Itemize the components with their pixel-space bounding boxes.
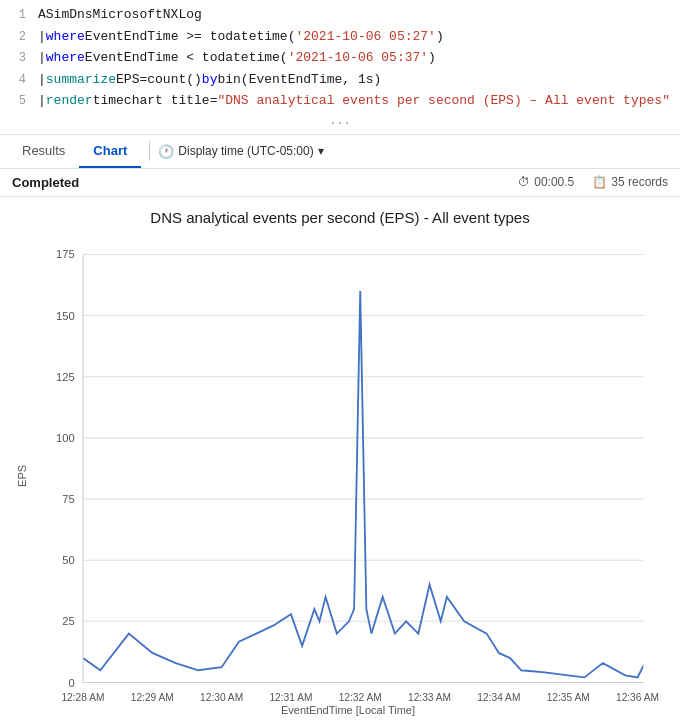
svg-text:25: 25 bbox=[62, 615, 74, 627]
svg-text:12:29 AM: 12:29 AM bbox=[131, 691, 174, 702]
tabs-row: Results Chart 🕐 Display time (UTC-05:00)… bbox=[0, 135, 680, 169]
status-bar: Completed ⏱ 00:00.5 📋 35 records bbox=[0, 169, 680, 197]
svg-text:50: 50 bbox=[62, 554, 74, 566]
chart-legend: EPS bbox=[0, 716, 680, 725]
duration-value: 00:00.5 bbox=[534, 175, 574, 189]
duration-item: ⏱ 00:00.5 bbox=[518, 175, 574, 189]
svg-text:175: 175 bbox=[56, 248, 75, 260]
line-num-1: 1 bbox=[8, 6, 26, 24]
query-text-1: ASimDnsMicrosoftNXLog bbox=[38, 5, 202, 25]
time-selector[interactable]: 🕐 Display time (UTC-05:00) ▾ bbox=[158, 144, 323, 159]
line-num-5: 5 bbox=[8, 92, 26, 110]
records-icon: 📋 bbox=[592, 175, 607, 189]
query-line-1: 1 ASimDnsMicrosoftNXLog bbox=[0, 4, 680, 26]
line-num-2: 2 bbox=[8, 28, 26, 46]
query-line-5: 5 | render timechart title="DNS analytic… bbox=[0, 90, 680, 112]
timer-icon: ⏱ bbox=[518, 175, 530, 189]
y-axis-label: EPS bbox=[16, 234, 28, 717]
svg-text:12:36 AM: 12:36 AM bbox=[616, 691, 659, 702]
line-num-4: 4 bbox=[8, 71, 26, 89]
svg-text:12:32 AM: 12:32 AM bbox=[339, 691, 382, 702]
query-editor: 1 ASimDnsMicrosoftNXLog 2 | where EventE… bbox=[0, 0, 680, 135]
svg-text:12:30 AM: 12:30 AM bbox=[200, 691, 243, 702]
chart-svg: 175 150 125 100 75 50 25 0 12:28 AM 12:2… bbox=[32, 234, 664, 703]
clock-icon: 🕐 bbox=[158, 144, 174, 159]
query-line-4: 4 | summarize EPS=count() by bin(EventEn… bbox=[0, 69, 680, 91]
chevron-down-icon: ▾ bbox=[318, 144, 324, 158]
line-num-3: 3 bbox=[8, 49, 26, 67]
svg-text:100: 100 bbox=[56, 431, 75, 443]
query-line-2: 2 | where EventEndTime >= todatetime('20… bbox=[0, 26, 680, 48]
svg-text:12:28 AM: 12:28 AM bbox=[61, 691, 104, 702]
ellipsis: ... bbox=[0, 112, 680, 130]
chart-wrap: EPS 175 150 125 100 7 bbox=[16, 234, 664, 717]
svg-text:12:33 AM: 12:33 AM bbox=[408, 691, 451, 702]
tab-results[interactable]: Results bbox=[8, 135, 79, 168]
chart-title: DNS analytical events per second (EPS) -… bbox=[16, 209, 664, 226]
svg-text:0: 0 bbox=[69, 676, 75, 688]
completed-status: Completed bbox=[12, 175, 79, 190]
svg-text:150: 150 bbox=[56, 309, 75, 321]
time-display-label: Display time (UTC-05:00) bbox=[178, 144, 313, 158]
records-item: 📋 35 records bbox=[592, 175, 668, 189]
tab-chart[interactable]: Chart bbox=[79, 135, 141, 168]
status-right: ⏱ 00:00.5 📋 35 records bbox=[518, 175, 668, 189]
x-axis-label: EventEndTime [Local Time] bbox=[32, 704, 664, 716]
eps-line bbox=[83, 291, 664, 677]
svg-text:12:35 AM: 12:35 AM bbox=[547, 691, 590, 702]
svg-text:12:34 AM: 12:34 AM bbox=[477, 691, 520, 702]
svg-text:75: 75 bbox=[62, 493, 74, 505]
svg-text:125: 125 bbox=[56, 370, 75, 382]
query-line-3: 3 | where EventEndTime < todatetime('202… bbox=[0, 47, 680, 69]
svg-text:12:31 AM: 12:31 AM bbox=[269, 691, 312, 702]
chart-inner: 175 150 125 100 75 50 25 0 12:28 AM 12:2… bbox=[32, 234, 664, 717]
records-value: 35 records bbox=[611, 175, 668, 189]
tab-divider bbox=[149, 141, 150, 161]
chart-container: DNS analytical events per second (EPS) -… bbox=[0, 197, 680, 717]
